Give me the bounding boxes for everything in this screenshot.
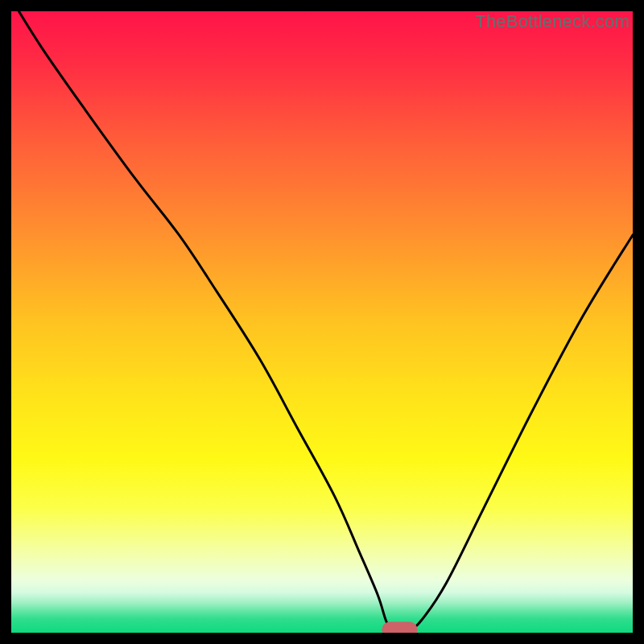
chart-frame: TheBottleneck.com — [0, 0, 644, 644]
optimal-marker — [382, 622, 417, 633]
marker-layer — [382, 622, 417, 633]
gradient-background — [11, 11, 633, 633]
watermark-text: TheBottleneck.com — [475, 11, 630, 32]
plot-area — [11, 11, 633, 633]
gradient-rect — [11, 11, 633, 633]
